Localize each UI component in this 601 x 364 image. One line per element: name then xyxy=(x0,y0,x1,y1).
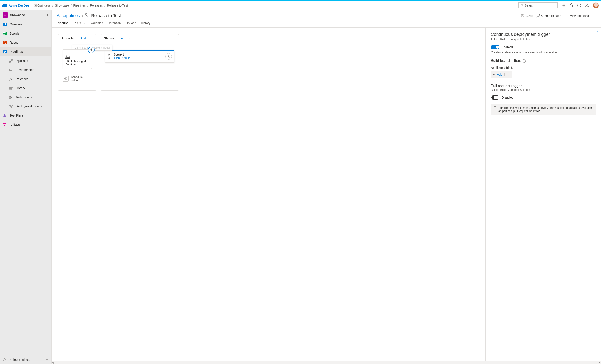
breadcrumb-org[interactable]: m365princess xyxy=(32,4,51,7)
breadcrumb[interactable]: Showcase xyxy=(55,4,69,7)
project-settings-label: Project settings xyxy=(9,358,45,361)
list-icon[interactable] xyxy=(561,3,565,7)
breadcrumb[interactable]: Releases xyxy=(90,4,103,7)
sidebar-sub-environments[interactable]: Environments xyxy=(0,65,51,75)
sidebar-item-boards[interactable]: Boards xyxy=(0,29,51,38)
schedule-label-2: not set xyxy=(71,78,83,82)
user-avatar[interactable] xyxy=(593,2,599,9)
tab-pipeline[interactable]: Pipeline xyxy=(57,21,69,27)
create-release-button[interactable]: Create release xyxy=(536,14,561,18)
pr-info-box: i Enabling this will create a release ev… xyxy=(491,104,596,115)
svg-rect-52 xyxy=(66,56,67,57)
cd-enabled-toggle[interactable] xyxy=(491,45,500,49)
stage-card[interactable]: Stage 1 1 job, 2 tasks xyxy=(105,50,174,63)
sidebar-item-label: Task groups xyxy=(16,96,32,99)
tab-tasks[interactable]: Tasks ⌄ xyxy=(73,21,86,27)
svg-rect-37 xyxy=(3,123,5,124)
library-icon xyxy=(9,86,13,90)
pr-trigger-heading: Pull request trigger xyxy=(491,84,596,88)
schedule-trigger[interactable]: Schedule not set xyxy=(63,75,92,82)
tab-history[interactable]: History xyxy=(141,21,150,27)
sidebar-sub-deployment-groups[interactable]: Deployment groups xyxy=(0,102,51,111)
new-item-button[interactable]: + xyxy=(46,13,49,17)
sidebar-item-label: Artifacts xyxy=(10,123,21,126)
horizontal-scrollbar[interactable]: ◀ ▶ xyxy=(51,361,601,364)
sidebar: S Showcase + Overview Boards Repos Pipel… xyxy=(0,10,51,364)
close-panel-button[interactable] xyxy=(595,30,599,33)
brand-link[interactable]: Azure DevOps xyxy=(9,4,30,7)
sidebar-sub-library[interactable]: Library xyxy=(0,84,51,93)
svg-point-54 xyxy=(109,57,110,59)
sidebar-item-overview[interactable]: Overview xyxy=(0,20,51,29)
svg-rect-44 xyxy=(522,16,523,17)
sidebar-sub-pipelines[interactable]: Pipelines xyxy=(0,56,51,65)
svg-rect-18 xyxy=(5,32,6,33)
sidebar-item-artifacts[interactable]: Artifacts xyxy=(0,120,51,129)
post-deployment-button[interactable] xyxy=(165,53,172,60)
chevron-down-icon: ⌄ xyxy=(129,37,131,40)
pipelines-icon xyxy=(3,49,7,54)
add-filter-button[interactable]: + Add ⌄ xyxy=(491,71,512,78)
pr-disabled-label: Disabled xyxy=(502,96,513,99)
svg-rect-20 xyxy=(3,41,7,44)
help-icon[interactable] xyxy=(577,3,581,7)
scroll-left-icon[interactable]: ◀ xyxy=(52,361,54,364)
plus-icon: + xyxy=(118,37,120,40)
project-selector[interactable]: S Showcase + xyxy=(0,10,51,20)
svg-point-0 xyxy=(521,4,523,6)
sidebar-item-test-plans[interactable]: Test Plans xyxy=(0,111,51,120)
sidebar-sub-task-groups[interactable]: Task groups xyxy=(0,93,51,102)
shopping-bag-icon[interactable] xyxy=(569,3,573,7)
sidebar-item-repos[interactable]: Repos xyxy=(0,38,51,47)
search-input[interactable]: Search xyxy=(518,2,558,9)
all-pipelines-link[interactable]: All pipelines xyxy=(57,13,80,18)
breadcrumb[interactable]: Pipelines xyxy=(73,4,86,7)
repos-icon xyxy=(3,40,7,45)
chevron-right-icon: › xyxy=(80,14,85,18)
environments-icon xyxy=(9,68,13,72)
project-icon: S xyxy=(3,12,8,18)
svg-rect-27 xyxy=(10,71,11,71)
more-actions-button[interactable]: ⋯ xyxy=(593,14,596,18)
chevron-down-icon[interactable]: ⌄ xyxy=(504,73,512,76)
user-settings-icon[interactable] xyxy=(585,3,589,7)
add-artifact-button[interactable]: +Add xyxy=(78,37,86,40)
search-placeholder: Search xyxy=(525,4,534,7)
stage-tasks-link[interactable]: 1 job, 2 tasks xyxy=(114,56,162,59)
panel-subtitle: Build: _Build Managed Solution xyxy=(491,38,596,41)
svg-point-55 xyxy=(168,55,169,57)
scroll-right-icon[interactable]: ▶ xyxy=(599,361,601,364)
sidebar-item-label: Boards xyxy=(10,32,19,35)
add-stage-button[interactable]: +Add⌄ xyxy=(118,37,131,40)
person-icon xyxy=(108,57,111,60)
collapse-sidebar-icon[interactable] xyxy=(45,358,49,361)
stage-name: Stage 1 xyxy=(114,53,162,56)
pr-enabled-toggle[interactable] xyxy=(491,95,500,100)
search-icon xyxy=(520,4,523,7)
stages-column: Stages | +Add⌄ Stage 1 1 job, 2 tas xyxy=(101,34,179,90)
info-icon[interactable]: i xyxy=(522,59,526,63)
page-toolbar: All pipelines › Release to Test Save Cre… xyxy=(51,10,601,18)
clock-icon xyxy=(63,76,69,82)
svg-rect-25 xyxy=(11,59,12,60)
project-settings-link[interactable]: Project settings xyxy=(0,355,51,364)
view-releases-button[interactable]: View releases xyxy=(565,14,589,18)
ellipsis-icon: ⋯ xyxy=(593,14,596,18)
svg-rect-41 xyxy=(86,14,87,15)
panel-title: Continuous deployment trigger xyxy=(491,32,596,37)
tab-options[interactable]: Options xyxy=(126,21,136,27)
cd-trigger-button[interactable] xyxy=(88,47,95,53)
save-button[interactable]: Save xyxy=(521,14,532,18)
artifact-card[interactable]: _Build Managed Solution xyxy=(63,49,92,69)
svg-rect-36 xyxy=(10,107,11,108)
sidebar-item-pipelines[interactable]: Pipelines xyxy=(0,47,51,56)
sidebar-sub-releases[interactable]: Releases xyxy=(0,75,51,84)
save-icon xyxy=(521,14,524,18)
tab-retention[interactable]: Retention xyxy=(108,21,121,27)
tab-variables[interactable]: Variables xyxy=(90,21,103,27)
svg-point-21 xyxy=(4,41,5,42)
breadcrumb[interactable]: Release to Test xyxy=(107,4,128,7)
pipeline-title: Release to Test xyxy=(91,13,121,18)
overview-icon xyxy=(3,22,7,27)
sidebar-item-label: Deployment groups xyxy=(16,105,42,108)
